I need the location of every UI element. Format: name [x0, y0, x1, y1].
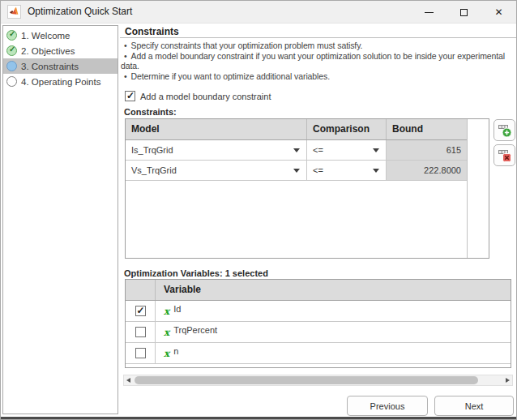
minimize-button[interactable] [412, 1, 446, 24]
variable-checkbox[interactable] [135, 348, 146, 358]
window-bottom-edge [1, 417, 516, 420]
bound-cell[interactable]: 222.8000 [387, 161, 467, 180]
previous-button[interactable]: Previous [347, 396, 428, 416]
boundary-constraint-label: Add a model boundary constraint [140, 92, 271, 101]
boundary-constraint-row: Add a model boundary constraint [125, 91, 271, 101]
instruction-text: Determine if you want to optimize additi… [131, 71, 330, 81]
constraints-table: Model Comparison Bound Is_TrqGrid <= 615… [125, 118, 489, 259]
boundary-constraint-checkbox[interactable] [125, 91, 135, 101]
variable-checkbox[interactable] [135, 327, 146, 337]
horizontal-scrollbar[interactable] [123, 375, 513, 386]
instruction-line: •Determine if you want to optimize addit… [121, 71, 517, 82]
table-delete-icon [498, 148, 512, 163]
variable-row: x Id [126, 301, 511, 322]
step-current-icon [6, 61, 17, 71]
instruction-text: Specify constraints that your optimizati… [131, 41, 363, 50]
bound-cell[interactable]: 615 [387, 140, 467, 160]
variable-name: TrqPercent [173, 325, 217, 335]
variable-row: x TrqPercent [126, 322, 511, 343]
close-button[interactable]: ✕ [481, 1, 516, 24]
variable-icon: x [164, 327, 169, 338]
step-pending-icon [6, 76, 17, 87]
maximize-icon [460, 9, 468, 16]
optimization-quick-start-dialog: Optimization Quick Start ✕ 1. Welcome 2.… [0, 0, 517, 420]
minimize-icon [425, 12, 434, 13]
window-title: Optimization Quick Start [28, 1, 132, 23]
sidebar-item-operating-points[interactable]: 4. Operating Points [3, 74, 118, 89]
model-dropdown[interactable]: Vs_TrqGrid [126, 161, 307, 180]
variables-table: Variable x Id x TrqPercent x n [125, 279, 511, 368]
constraints-table-header: Model Comparison Bound [126, 119, 467, 140]
scrollbar-thumb[interactable] [135, 376, 478, 384]
step-label: 1. Welcome [21, 31, 70, 41]
maximize-button[interactable] [446, 1, 481, 24]
model-dropdown[interactable]: Is_TrqGrid [126, 140, 307, 160]
scroll-right-icon[interactable] [506, 378, 510, 383]
scroll-left-icon[interactable] [126, 378, 130, 383]
instruction-line: •Specify constraints that your optimizat… [121, 41, 517, 51]
page-title: Constraints [125, 26, 179, 37]
variables-table-label: Optimization Variables: 1 selected [124, 268, 268, 278]
variable-checkbox[interactable] [135, 306, 146, 316]
instructions: •Specify constraints that your optimizat… [121, 41, 517, 81]
column-header-comparison: Comparison [307, 119, 387, 139]
step-complete-icon [6, 45, 17, 56]
variables-table-header: Variable [126, 280, 511, 301]
sidebar-item-objectives[interactable]: 2. Objectives [3, 43, 118, 58]
window-controls: ✕ [412, 1, 516, 24]
instruction-line: •Add a model boundary constraint if you … [121, 51, 517, 71]
comparison-dropdown[interactable]: <= [307, 140, 387, 160]
step-label: 3. Constraints [21, 62, 79, 71]
variable-name: n [173, 346, 178, 356]
add-constraint-button[interactable] [494, 119, 515, 141]
delete-constraint-button[interactable] [494, 144, 515, 166]
variable-icon: x [164, 306, 169, 317]
steps-sidebar: 1. Welcome 2. Objectives 3. Constraints … [2, 25, 118, 414]
titlebar: Optimization Quick Start ✕ [1, 1, 516, 24]
sidebar-item-welcome[interactable]: 1. Welcome [3, 28, 118, 43]
bullet-icon: • [124, 51, 127, 61]
constraints-table-label: Constraints: [124, 107, 177, 117]
next-button[interactable]: Next [434, 396, 514, 416]
matlab-logo-icon [7, 5, 21, 19]
constraint-row: Is_TrqGrid <= 615 [126, 140, 467, 161]
comparison-dropdown[interactable]: <= [307, 161, 387, 180]
variable-icon: x [164, 348, 169, 359]
column-header-bound: Bound [387, 119, 467, 139]
step-label: 2. Objectives [21, 46, 75, 56]
column-header-variable: Variable [156, 280, 511, 300]
variable-name: Id [173, 304, 181, 314]
bullet-icon: • [124, 41, 127, 50]
constraints-table-filler [467, 119, 489, 258]
step-label: 4. Operating Points [21, 77, 100, 87]
sidebar-item-constraints[interactable]: 3. Constraints [3, 58, 118, 74]
column-header-select [126, 280, 156, 300]
constraint-row: Vs_TrqGrid <= 222.8000 [126, 161, 467, 181]
bullet-icon: • [124, 71, 127, 81]
variable-row: x n [126, 343, 511, 364]
instruction-text: Add a model boundary constraint if you w… [121, 51, 505, 71]
column-header-model: Model [126, 119, 307, 139]
close-icon: ✕ [494, 7, 502, 17]
heading-divider [120, 37, 517, 38]
step-complete-icon [6, 30, 17, 41]
table-add-icon [498, 123, 512, 138]
